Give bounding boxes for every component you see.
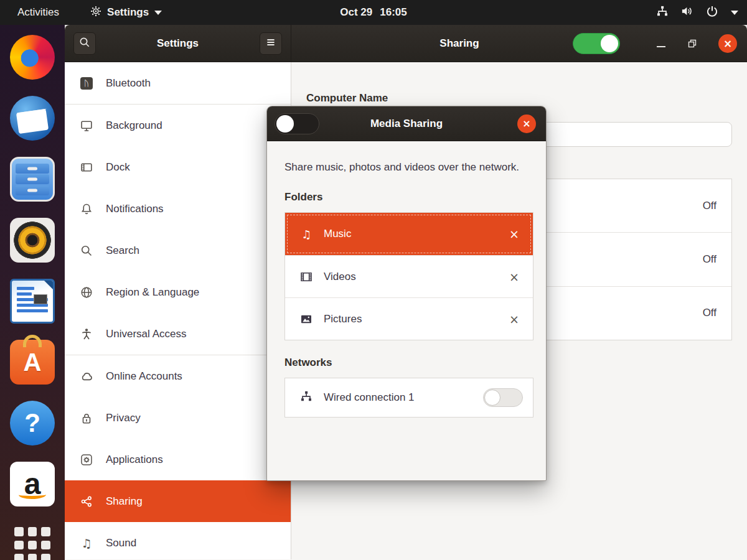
top-bar: Activities Settings Oct 29 16:05 xyxy=(0,0,747,25)
sidebar-item-privacy[interactable]: Privacy xyxy=(65,397,291,439)
gear-icon xyxy=(90,6,101,20)
lock-icon xyxy=(80,411,93,425)
networks-heading: Networks xyxy=(284,357,533,369)
remove-folder-button[interactable]: × xyxy=(509,270,519,284)
sidebar-item-search[interactable]: Search xyxy=(65,230,291,271)
toggle-knob xyxy=(484,390,500,406)
sidebar-item-label: Online Accounts xyxy=(106,370,182,383)
titlebar-right: Sharing × xyxy=(291,25,747,62)
thunderbird-icon[interactable] xyxy=(10,96,55,141)
sidebar-item-online-accounts[interactable]: Online Accounts xyxy=(65,355,291,397)
film-icon xyxy=(300,271,312,283)
network-row-wired[interactable]: Wired connection 1 xyxy=(284,378,533,418)
app-menu-label: Settings xyxy=(107,6,149,19)
remove-folder-button[interactable]: × xyxy=(509,227,519,241)
system-status-area[interactable] xyxy=(656,5,738,21)
sidebar-item-label: Region & Language xyxy=(106,286,199,299)
status-value: Off xyxy=(703,200,716,212)
clock-time: 16:05 xyxy=(380,6,406,19)
dialog-body: Share music, photos and videos over the … xyxy=(267,141,546,418)
accessibility-icon xyxy=(80,327,93,341)
chevron-down-icon xyxy=(154,11,162,15)
rhythmbox-icon[interactable] xyxy=(10,218,55,263)
ubuntu-software-icon[interactable]: A xyxy=(10,340,55,385)
sidebar-item-label: Privacy xyxy=(106,412,141,424)
sidebar-item-label: Bluetooth xyxy=(106,77,151,90)
sidebar-item-label: Notifications xyxy=(106,203,164,215)
app-grid-icon[interactable] xyxy=(14,527,50,560)
firefox-icon[interactable] xyxy=(10,35,55,80)
sidebar-item-sharing[interactable]: Sharing xyxy=(65,480,291,522)
minimize-button[interactable] xyxy=(656,39,666,49)
sidebar-item-label: Search xyxy=(106,245,139,257)
titlebar[interactable]: Settings Sharing × xyxy=(65,25,747,62)
sidebar-item-universal-access[interactable]: Universal Access xyxy=(65,313,291,355)
status-value: Off xyxy=(703,253,716,266)
network-toggle[interactable] xyxy=(483,388,523,407)
toggle-knob xyxy=(601,35,618,52)
power-icon xyxy=(706,5,718,21)
folder-row-pictures[interactable]: Pictures × xyxy=(285,297,533,340)
sidebar-item-background[interactable]: Background xyxy=(65,105,291,146)
files-icon[interactable] xyxy=(10,157,55,202)
clock[interactable]: Oct 29 16:05 xyxy=(340,6,406,19)
toggle-knob xyxy=(276,115,294,133)
cloud-icon xyxy=(80,370,93,383)
folder-row-music[interactable]: ♫ Music × xyxy=(285,213,533,255)
remove-folder-button[interactable]: × xyxy=(509,312,519,326)
sidebar-item-dock[interactable]: Dock xyxy=(65,146,291,188)
folder-label: Videos xyxy=(324,271,498,283)
chevron-down-icon xyxy=(731,11,738,15)
maximize-button[interactable] xyxy=(687,39,697,49)
music-note-icon: ♫ xyxy=(300,228,312,240)
titlebar-left: Settings xyxy=(65,25,291,62)
window-controls: × xyxy=(656,34,737,53)
dock: A ? a xyxy=(0,25,65,560)
computer-name-heading: Computer Name xyxy=(306,92,388,105)
picture-icon xyxy=(300,313,312,325)
sidebar-item-label: Sharing xyxy=(106,495,143,508)
activities-button[interactable]: Activities xyxy=(15,6,62,19)
folders-heading: Folders xyxy=(284,191,533,203)
dialog-description: Share music, photos and videos over the … xyxy=(284,160,527,175)
sidebar-item-label: Dock xyxy=(106,161,130,174)
folder-label: Music xyxy=(324,228,498,240)
sidebar-item-label: Sound xyxy=(106,537,136,549)
display-icon xyxy=(80,119,93,133)
dock-panel-icon xyxy=(80,161,93,174)
app-menu[interactable]: Settings xyxy=(90,6,162,20)
globe-icon xyxy=(80,286,93,299)
share-icon xyxy=(80,495,93,508)
folder-row-videos[interactable]: Videos × xyxy=(285,255,533,297)
close-icon: × xyxy=(522,118,530,129)
media-sharing-toggle[interactable] xyxy=(275,113,319,134)
dialog-titlebar[interactable]: Media Sharing × xyxy=(267,106,546,141)
sidebar-item-sound[interactable]: ♫ Sound xyxy=(65,522,291,560)
folder-label: Pictures xyxy=(324,313,498,325)
sidebar-item-label: Applications xyxy=(106,454,163,466)
volume-icon xyxy=(681,5,693,21)
close-button[interactable]: × xyxy=(718,34,737,53)
sidebar-item-applications[interactable]: Applications xyxy=(65,439,291,480)
sidebar-item-notifications[interactable]: Notifications xyxy=(65,188,291,230)
network-wired-icon xyxy=(656,5,669,21)
search-icon xyxy=(80,244,93,258)
dialog-close-button[interactable]: × xyxy=(517,114,536,133)
network-label: Wired connection 1 xyxy=(324,391,472,404)
help-icon[interactable]: ? xyxy=(10,401,55,446)
bell-icon xyxy=(80,202,93,216)
search-icon xyxy=(79,37,90,50)
folders-list: ♫ Music × Videos × xyxy=(284,212,533,340)
search-button[interactable] xyxy=(73,32,96,55)
amazon-icon[interactable]: a xyxy=(10,462,55,506)
status-value: Off xyxy=(703,307,716,319)
sidebar-item-label: Universal Access xyxy=(106,328,186,340)
close-icon: × xyxy=(723,37,732,50)
sharing-master-toggle[interactable] xyxy=(573,33,620,54)
primary-menu-button[interactable] xyxy=(260,32,282,55)
libreoffice-writer-icon[interactable] xyxy=(10,279,55,324)
sidebar-item-label: Background xyxy=(106,119,162,132)
sidebar-item-region-language[interactable]: Region & Language xyxy=(65,271,291,313)
media-sharing-dialog: Media Sharing × Share music, photos and … xyxy=(266,106,547,481)
sidebar-item-bluetooth[interactable]: ᚢ Bluetooth xyxy=(65,62,291,104)
